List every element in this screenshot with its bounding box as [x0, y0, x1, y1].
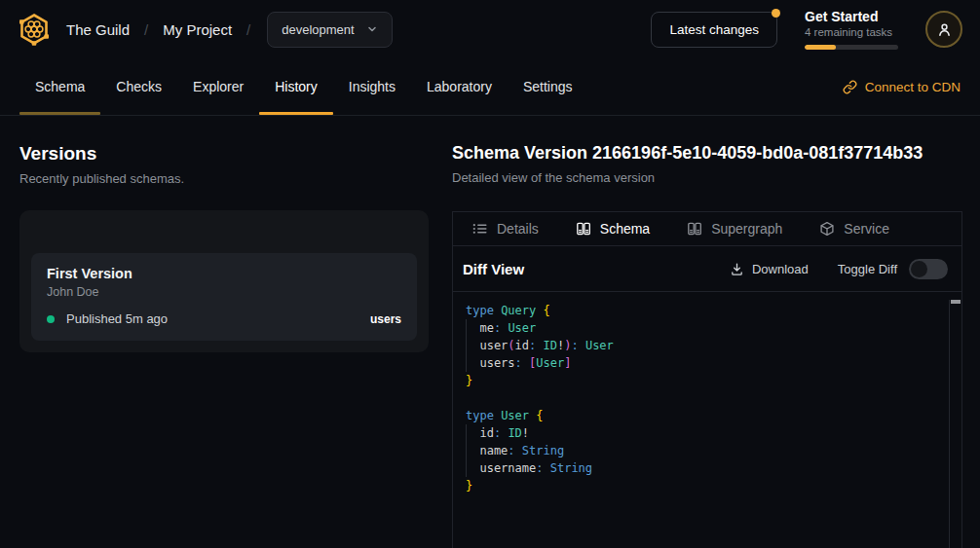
- tab-insights[interactable]: Insights: [333, 58, 411, 115]
- breadcrumb-org[interactable]: The Guild: [66, 21, 130, 38]
- detail-tabs: Details Schema: [453, 212, 961, 246]
- get-started-title: Get Started: [805, 9, 898, 24]
- connect-to-cdn-link[interactable]: Connect to CDN: [843, 58, 961, 115]
- versions-title: Versions: [19, 143, 429, 164]
- get-started-progress-fill: [805, 45, 836, 50]
- list-icon: [472, 221, 488, 237]
- tab-underline: [177, 112, 259, 115]
- tab-label: Explorer: [193, 79, 244, 94]
- code-line: me: User: [466, 319, 936, 337]
- main-nav: Schema Checks Explorer History Insights …: [0, 58, 980, 116]
- version-detail-panel: Details Schema: [452, 211, 962, 548]
- tab-label: Laboratory: [427, 79, 492, 94]
- get-started-subtitle: 4 remaining tasks: [805, 26, 898, 38]
- tab-underline: [508, 112, 588, 115]
- published-status-dot: [47, 315, 55, 323]
- toggle-diff-label: Toggle Diff: [838, 262, 897, 276]
- version-detail-column: Schema Version 2166196f-5e10-4059-bd0a-0…: [452, 143, 962, 548]
- notification-dot: [772, 9, 780, 18]
- latest-changes-wrap: Latest changes: [651, 12, 777, 48]
- guild-logo-icon[interactable]: [16, 11, 53, 48]
- version-name: First Version: [47, 266, 401, 281]
- vertical-scrollbar[interactable]: [949, 300, 961, 548]
- code-line: type User {: [466, 407, 936, 424]
- versions-card: First Version John Doe Published 5m ago …: [19, 210, 429, 352]
- detail-tab-label: Supergraph: [711, 221, 782, 237]
- version-status: Published 5m ago: [66, 311, 168, 326]
- person-icon: [936, 21, 953, 38]
- tab-label: Insights: [349, 79, 396, 94]
- tab-label: History: [275, 79, 318, 94]
- toggle-knob: [911, 261, 927, 277]
- scrollbar-thumb[interactable]: [951, 300, 961, 304]
- breadcrumb-separator: /: [246, 21, 250, 38]
- tab-settings[interactable]: Settings: [508, 58, 588, 115]
- link-icon: [843, 80, 857, 94]
- code-line: id: ID!: [466, 424, 936, 442]
- detail-tab-label: Details: [497, 221, 539, 237]
- detail-tab-schema[interactable]: Schema: [576, 221, 650, 237]
- tab-explorer[interactable]: Explorer: [177, 58, 259, 115]
- version-detail-title: Schema Version 2166196f-5e10-4059-bd0a-0…: [452, 143, 962, 164]
- versions-subtitle: Recently published schemas.: [19, 171, 429, 186]
- version-status-row: Published 5m ago users: [47, 311, 401, 326]
- breadcrumb-separator: /: [144, 21, 148, 38]
- version-list-item[interactable]: First Version John Doe Published 5m ago …: [31, 253, 417, 341]
- diff-view-title: Diff View: [463, 261, 524, 277]
- code-line: users: [User]: [466, 354, 936, 372]
- target-selector[interactable]: development: [267, 12, 392, 48]
- versions-column: Versions Recently published schemas. Fir…: [19, 143, 429, 548]
- code-line: [466, 389, 936, 407]
- tab-label: Settings: [523, 79, 573, 94]
- detail-tab-details[interactable]: Details: [472, 221, 539, 237]
- tab-schema[interactable]: Schema: [19, 58, 100, 115]
- code-line: }: [466, 477, 936, 494]
- latest-changes-button[interactable]: Latest changes: [651, 12, 777, 48]
- toggle-diff-switch[interactable]: [909, 259, 948, 279]
- user-avatar[interactable]: [925, 11, 962, 48]
- download-label: Download: [752, 262, 809, 276]
- version-detail-subtitle: Detailed view of the schema version: [452, 170, 962, 185]
- tab-underline: [100, 112, 177, 115]
- indent-guide: [466, 319, 467, 372]
- breadcrumb-project[interactable]: My Project: [163, 21, 232, 38]
- breadcrumb: The Guild / My Project / development: [66, 12, 393, 48]
- get-started-progressbar: [805, 45, 898, 50]
- tab-underline: [19, 112, 100, 115]
- tab-checks[interactable]: Checks: [100, 58, 177, 115]
- tab-history[interactable]: History: [259, 58, 333, 115]
- detail-tab-supergraph[interactable]: Supergraph: [687, 221, 782, 237]
- version-author: John Doe: [47, 285, 401, 299]
- code-line: user(id: ID!): User: [466, 337, 936, 354]
- code-line: username: String: [466, 459, 936, 477]
- detail-tab-service[interactable]: Service: [819, 221, 889, 237]
- header-right: Latest changes Get Started 4 remaining t…: [651, 9, 962, 50]
- code-line: type Query {: [466, 302, 936, 319]
- app-header: The Guild / My Project / development Lat…: [0, 0, 980, 58]
- panels-icon: [687, 221, 702, 237]
- schema-code-viewer: type Query { me: User user(id: ID!): Use…: [453, 292, 961, 548]
- version-service-badge: users: [370, 312, 401, 326]
- get-started-widget[interactable]: Get Started 4 remaining tasks: [805, 9, 898, 50]
- tab-label: Checks: [116, 79, 162, 94]
- chevron-down-icon: [366, 23, 378, 35]
- indent-guide: [466, 424, 467, 477]
- main-content: Versions Recently published schemas. Fir…: [0, 116, 980, 548]
- tab-label: Schema: [35, 79, 85, 94]
- detail-tab-label: Schema: [600, 221, 650, 237]
- tab-underline: [411, 112, 508, 115]
- toggle-diff-group: Toggle Diff: [838, 259, 948, 279]
- detail-tab-label: Service: [844, 221, 889, 237]
- tab-underline: [333, 112, 411, 115]
- diff-toolbar: Diff View Download Toggle Diff: [453, 246, 961, 292]
- panels-icon: [576, 221, 591, 237]
- tab-laboratory[interactable]: Laboratory: [411, 58, 508, 115]
- target-selector-value: development: [282, 22, 354, 37]
- code-block: type Query { me: User user(id: ID!): Use…: [466, 302, 936, 494]
- tab-underline: [259, 112, 333, 115]
- download-icon: [730, 262, 744, 276]
- cube-icon: [819, 221, 835, 237]
- diff-toolbar-actions: Download Toggle Diff: [730, 259, 948, 279]
- download-button[interactable]: Download: [730, 262, 809, 276]
- code-line: name: String: [466, 442, 936, 459]
